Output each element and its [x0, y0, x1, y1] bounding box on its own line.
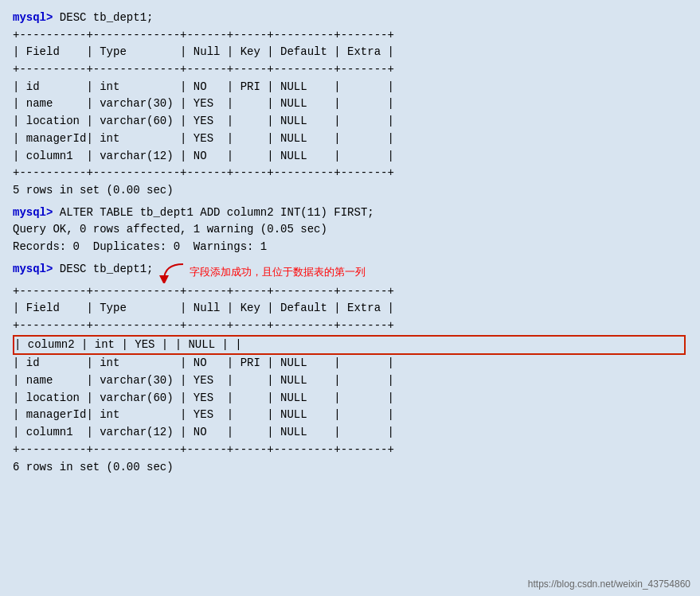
section1-summary: 5 rows in set (0.00 sec): [13, 182, 687, 200]
section3-border-top: +----------+-------------+------+-----+-…: [13, 283, 687, 301]
section3-summary: 6 rows in set (0.00 sec): [13, 459, 687, 477]
section3-command: mysql> DESC tb_dept1;: [13, 261, 153, 279]
section2-result1: Query OK, 0 rows affected, 1 warning (0.…: [13, 221, 687, 239]
section1-command: mysql> DESC tb_dept1;: [13, 10, 687, 27]
terminal: mysql> DESC tb_dept1; +----------+------…: [13, 10, 687, 476]
section3-border-mid: +----------+-------------+------+-----+-…: [13, 317, 687, 335]
section1: mysql> DESC tb_dept1; +----------+------…: [13, 10, 687, 200]
section2: mysql> ALTER TABLE tb_dept1 ADD column2 …: [13, 205, 687, 256]
annotation-text: 字段添加成功，且位于数据表的第一列: [158, 261, 366, 283]
arrow-icon: [158, 261, 186, 283]
watermark: https://blog.csdn.net/weixin_43754860: [528, 578, 690, 590]
section1-table: +----------+-------------+------+-----+-…: [13, 27, 687, 182]
section2-command: mysql> ALTER TABLE tb_dept1 ADD column2 …: [13, 205, 687, 222]
section3-border-after-highlight: | id | int | NO | PRI | NULL | | | name …: [13, 355, 687, 458]
section2-result2: Records: 0 Duplicates: 0 Warnings: 1: [13, 239, 687, 256]
section3-header: | Field | Type | Null | Key | Default | …: [13, 300, 687, 317]
highlighted-row: | column2 | int | YES | | NULL | |: [13, 335, 686, 356]
section3: mysql> DESC tb_dept1; 字段添加成功，且位于数据表的第一列 …: [13, 261, 687, 477]
